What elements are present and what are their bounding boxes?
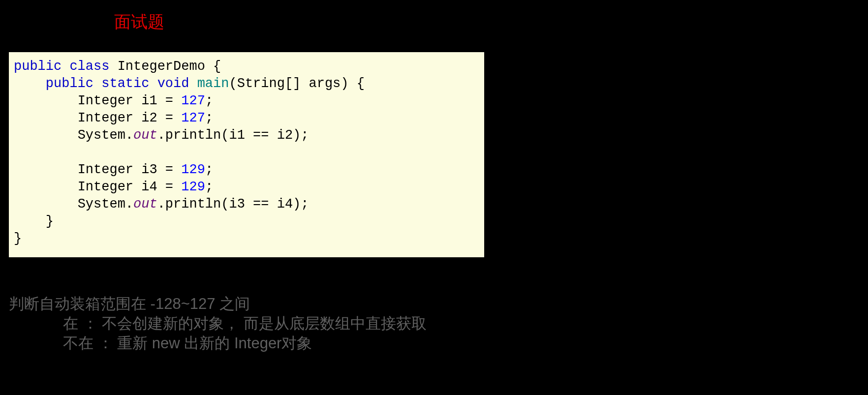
title: 面试题 <box>114 11 164 33</box>
code-text: } <box>14 231 22 246</box>
indent <box>14 180 78 194</box>
number-literal: 127 <box>181 93 205 108</box>
indent <box>14 111 78 125</box>
code-text: (String[] args) { <box>229 76 364 91</box>
code-text: .println(i3 == i4); <box>157 197 309 212</box>
indent <box>14 93 78 108</box>
code-text: Integer i4 = <box>78 180 182 194</box>
number-literal: 129 <box>181 180 205 194</box>
indent <box>14 128 78 143</box>
code-text: System. <box>78 197 133 212</box>
explanation: 判断自动装箱范围在 -128~127 之间 在 ： 不会创建新的对象， 而是从底… <box>9 294 427 353</box>
code-text: ; <box>205 162 213 177</box>
explanation-line-2: 在 ： 不会创建新的对象， 而是从底层数组中直接获取 <box>63 314 427 334</box>
keyword-class: class <box>69 59 109 74</box>
code-text: ; <box>205 111 213 125</box>
indent <box>14 76 46 91</box>
code-block: public class IntegerDemo { public static… <box>9 52 484 257</box>
code-text: .println(i1 == i2); <box>157 128 309 143</box>
code-text: System. <box>78 128 133 143</box>
keyword-public: public <box>46 76 93 91</box>
code-text: Integer i1 = <box>78 93 182 108</box>
number-literal: 129 <box>181 162 205 177</box>
explanation-line-1: 判断自动装箱范围在 -128~127 之间 <box>9 294 427 314</box>
explanation-line-3: 不在 ： 重新 new 出新的 Integer对象 <box>63 334 427 353</box>
indent <box>14 197 78 212</box>
method-main: main <box>197 76 229 91</box>
code-text: Integer i3 = <box>78 162 182 177</box>
field-out: out <box>133 197 157 212</box>
keyword-public: public <box>14 59 62 74</box>
indent <box>14 162 78 177</box>
code-text: ; <box>205 180 213 194</box>
number-literal: 127 <box>181 111 205 125</box>
code-text: } <box>14 214 54 229</box>
keyword-void: void <box>157 76 189 91</box>
field-out: out <box>133 128 157 143</box>
code-text: Integer i2 = <box>78 111 182 125</box>
code-text: ; <box>205 93 213 108</box>
keyword-static: static <box>101 76 149 91</box>
code-text: IntegerDemo { <box>109 59 221 74</box>
